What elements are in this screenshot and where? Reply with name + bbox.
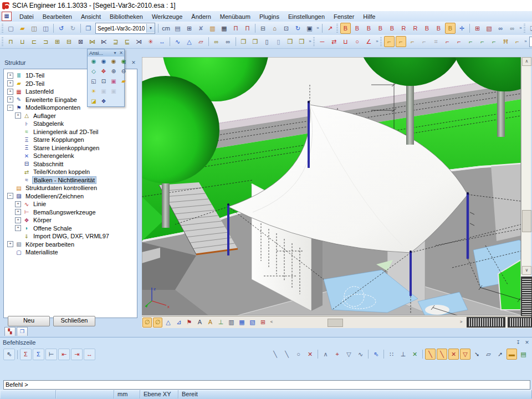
- polyline-edit-icon[interactable]: ∿: [172, 36, 183, 47]
- close-icon[interactable]: ✕: [130, 59, 137, 66]
- member-b1-icon[interactable]: B: [340, 23, 351, 34]
- corner-snap-1-icon[interactable]: ⌐: [384, 36, 395, 47]
- document-update-icon[interactable]: ↻: [293, 23, 303, 34]
- frame-a-icon[interactable]: Π: [231, 23, 241, 34]
- label-abc-1-icon[interactable]: A: [195, 318, 204, 328]
- app-menu-icon[interactable]: ▦: [2, 12, 12, 21]
- tree-item-open-shell[interactable]: +◗Offene Schale: [4, 224, 137, 233]
- draw-dimension-icon[interactable]: ⇄: [329, 36, 339, 47]
- scroll-up-icon[interactable]: ∧: [522, 57, 531, 66]
- label-abc-2-icon[interactable]: A: [206, 318, 215, 328]
- menu-item-werkzeuge[interactable]: Werkzeuge: [147, 12, 187, 21]
- schliessen-button[interactable]: Schließen: [53, 316, 95, 326]
- member-b5-icon[interactable]: B: [387, 23, 397, 34]
- extend-icon[interactable]: ⊟: [64, 36, 74, 47]
- render-wire-icon[interactable]: ▦: [237, 318, 247, 328]
- menu-item-ndern[interactable]: Ändern: [187, 12, 215, 21]
- print-icon[interactable]: ⊟: [258, 23, 268, 34]
- frame-b-icon[interactable]: Π: [242, 23, 253, 34]
- hatch-icon[interactable]: ▱: [196, 36, 206, 47]
- tree-item-scissor-hinge[interactable]: ✕Scherengelenk: [4, 152, 137, 160]
- calculator-icon[interactable]: ⊞: [184, 23, 195, 34]
- toolbar-overflow-icon[interactable]: »: [308, 37, 313, 47]
- redo-icon[interactable]: ↻: [68, 23, 78, 34]
- corner-snap-10-icon[interactable]: ⌐: [489, 36, 499, 47]
- coord-system-icon[interactable]: ⊥: [216, 318, 226, 328]
- toolbar-overflow-icon[interactable]: »: [375, 37, 380, 47]
- cross-snap-icon[interactable]: ✕: [448, 349, 459, 360]
- menu-item-fenster[interactable]: Fenster: [329, 12, 359, 21]
- tree-item-beam-nonlinearity[interactable]: ≈Balken - Nichtlinearität: [4, 176, 137, 185]
- tree-item-check-structure[interactable]: ▤Strukturdaten kontrollieren: [4, 184, 137, 192]
- center-view-icon[interactable]: ✛: [457, 23, 467, 34]
- close-icon[interactable]: ✕: [523, 339, 531, 346]
- ansicht-toolbar-titlebar[interactable]: Ansi... ▾ ✕: [88, 49, 124, 57]
- tree-expander[interactable]: +: [7, 89, 13, 95]
- member-badd-icon[interactable]: B: [433, 23, 444, 34]
- tree-expander[interactable]: +: [7, 96, 13, 103]
- tree-item-material-list[interactable]: ▢Materialliste: [4, 248, 137, 257]
- zoom-in-icon[interactable]: ⊕: [109, 67, 118, 76]
- member-b4-icon[interactable]: B: [375, 23, 386, 34]
- view-y-icon[interactable]: ◉: [99, 57, 108, 66]
- tree-expander[interactable]: +: [15, 112, 21, 119]
- tab-structure-icon[interactable]: ▚: [4, 327, 16, 336]
- solver-icon[interactable]: ✘: [196, 23, 206, 34]
- ortho-snap-icon[interactable]: ➚: [495, 349, 505, 360]
- paste-1-icon[interactable]: ▯: [262, 36, 272, 47]
- tree-item-dimension-tools[interactable]: +⊢Bemaßungswerkzeuge: [4, 208, 137, 217]
- join-icon[interactable]: ⋈: [87, 36, 98, 47]
- node-toggle-icon[interactable]: ⊢: [45, 349, 57, 360]
- light-icon[interactable]: ☀: [89, 87, 98, 96]
- tab-views-icon[interactable]: ❐: [17, 327, 28, 336]
- member-filter-icon[interactable]: B: [445, 23, 456, 34]
- copy-member-icon[interactable]: ⊔: [17, 36, 28, 47]
- view-grid-icon[interactable]: ⊞: [258, 318, 268, 328]
- duplicate-2-icon[interactable]: ❒: [296, 36, 307, 47]
- project-data-icon[interactable]: ▥: [207, 23, 218, 34]
- view-params-2-icon[interactable]: ∞: [507, 23, 518, 34]
- draw-angle-icon[interactable]: ∠: [364, 36, 374, 47]
- corner-snap-11-icon[interactable]: Ħ: [500, 36, 511, 47]
- corner-snap-2-icon[interactable]: ⌐: [396, 36, 406, 47]
- save-icon[interactable]: ◫: [40, 23, 51, 34]
- pin-icon[interactable]: ↧: [514, 339, 522, 346]
- step-back-icon[interactable]: ⇤: [58, 349, 70, 360]
- intersection-snap-icon[interactable]: ✕: [410, 349, 420, 360]
- copy-1-icon[interactable]: ❐: [238, 36, 249, 47]
- scroll-right-icon[interactable]: >: [458, 318, 464, 326]
- step-both-icon[interactable]: ↔: [84, 349, 95, 360]
- view-params-1-icon[interactable]: ∞: [495, 23, 506, 34]
- scroll-down-icon[interactable]: ∨: [522, 266, 531, 275]
- drag-mode-1-icon[interactable]: ∞: [211, 36, 222, 47]
- tree-item-rigid-line-link[interactable]: ΞStarre Linienkopplungen: [4, 144, 137, 152]
- break-icon[interactable]: ⊠: [75, 36, 86, 47]
- midpoint-snap-icon[interactable]: ╲: [437, 349, 447, 360]
- zoom-window-icon[interactable]: ◱: [89, 77, 98, 86]
- print-preview-icon[interactable]: ⌂: [269, 23, 280, 34]
- units-icon[interactable]: cm: [161, 23, 171, 34]
- view-x-icon[interactable]: ◉: [89, 57, 98, 66]
- tree-expander[interactable]: −: [7, 105, 13, 111]
- view-z-icon[interactable]: ◉: [109, 57, 118, 66]
- scale-icon[interactable]: ⋊: [134, 36, 144, 47]
- mesh-icon[interactable]: ▦: [219, 23, 229, 34]
- selection-sum-1-icon[interactable]: Σ: [20, 349, 32, 360]
- align-icon[interactable]: ⊒: [110, 36, 121, 47]
- horizontal-scale-ruler-2[interactable]: [508, 317, 532, 328]
- select-cursor-icon[interactable]: ⇖: [3, 349, 15, 360]
- render-solid-icon[interactable]: ▧: [248, 318, 257, 328]
- zoom-selection-icon[interactable]: ▣: [109, 77, 118, 86]
- clip-box-icon[interactable]: ◪: [89, 97, 98, 106]
- undo-icon[interactable]: ↺: [56, 23, 66, 34]
- export-icon[interactable]: ↗: [325, 23, 335, 34]
- member-r2-icon[interactable]: R: [410, 23, 421, 34]
- menu-item-hilfe[interactable]: Hilfe: [359, 12, 380, 21]
- menu-item-bearbeiten[interactable]: Bearbeiten: [38, 12, 76, 21]
- pan-view-icon[interactable]: ✥: [99, 67, 108, 76]
- tree-expander[interactable]: +: [7, 80, 13, 86]
- corner-snap-8-icon[interactable]: ⌐: [466, 36, 476, 47]
- project-combo[interactable]: Segel1-Var3c-2010▾: [95, 23, 155, 34]
- snap-delete-icon[interactable]: ✕: [305, 349, 315, 360]
- endpoint-snap-icon[interactable]: ╲: [425, 349, 436, 360]
